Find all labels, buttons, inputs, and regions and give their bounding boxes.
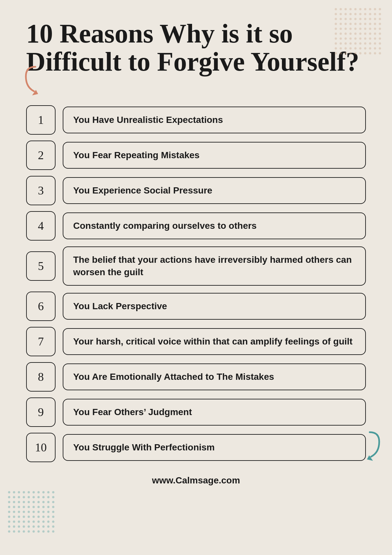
svg-point-153 (23, 516, 25, 518)
svg-point-157 (42, 516, 45, 518)
svg-point-178 (47, 526, 50, 528)
svg-point-20 (335, 18, 337, 20)
svg-point-150 (8, 516, 10, 518)
svg-point-81 (340, 47, 342, 50)
svg-point-10 (335, 13, 337, 15)
svg-point-183 (23, 530, 25, 533)
svg-point-83 (350, 47, 352, 50)
svg-point-18 (374, 13, 376, 15)
number-box: 9 (26, 397, 56, 427)
svg-point-96 (364, 52, 367, 55)
svg-point-116 (38, 496, 40, 498)
svg-point-123 (23, 501, 25, 503)
svg-point-173 (23, 526, 25, 528)
svg-point-52 (345, 33, 347, 35)
svg-point-180 (8, 530, 10, 533)
page-container: 10 Reasons Why is it so Difficult to For… (0, 0, 392, 555)
svg-point-170 (8, 526, 10, 528)
list-item: 6You Lack Perspective (26, 292, 366, 321)
svg-point-98 (374, 52, 376, 55)
svg-point-84 (354, 47, 357, 50)
text-box: You Experience Social Pressure (63, 177, 366, 204)
svg-point-161 (13, 521, 15, 523)
svg-point-132 (18, 506, 20, 508)
svg-point-146 (38, 511, 40, 513)
svg-point-134 (28, 506, 30, 508)
text-box: You Have Unrealistic Expectations (63, 107, 366, 133)
svg-point-36 (364, 23, 367, 25)
svg-point-129 (52, 501, 55, 503)
svg-point-156 (38, 516, 40, 518)
svg-point-139 (52, 506, 55, 508)
svg-point-176 (38, 526, 40, 528)
svg-point-35 (359, 23, 362, 25)
svg-point-109 (52, 491, 55, 494)
svg-point-70 (335, 42, 337, 45)
svg-point-42 (345, 28, 347, 30)
list-item: 7Your harsh, critical voice within that … (26, 327, 366, 356)
svg-point-189 (52, 530, 55, 533)
svg-point-66 (364, 38, 367, 40)
svg-point-144 (28, 511, 30, 513)
svg-point-50 (335, 33, 337, 35)
list-item: 4Constantly comparing ourselves to other… (26, 211, 366, 241)
svg-point-164 (28, 521, 30, 523)
svg-point-26 (364, 18, 367, 20)
svg-point-184 (28, 530, 30, 533)
svg-point-72 (345, 42, 347, 45)
svg-point-160 (8, 521, 10, 523)
list-item: 3You Experience Social Pressure (26, 176, 366, 205)
svg-point-75 (359, 42, 362, 45)
svg-point-102 (18, 491, 20, 494)
svg-point-92 (345, 52, 347, 55)
svg-point-91 (340, 52, 342, 55)
number-box: 4 (26, 211, 56, 241)
svg-point-162 (18, 521, 20, 523)
svg-point-17 (369, 13, 371, 15)
svg-point-21 (340, 18, 342, 20)
svg-point-142 (18, 511, 20, 513)
svg-point-111 (13, 496, 15, 498)
svg-point-78 (374, 42, 376, 45)
svg-point-63 (350, 38, 352, 40)
number-box: 5 (26, 251, 56, 281)
svg-point-103 (23, 491, 25, 494)
svg-point-25 (359, 18, 362, 20)
svg-point-68 (374, 38, 376, 40)
svg-point-55 (359, 33, 362, 35)
svg-point-9 (379, 8, 381, 10)
svg-point-120 (8, 501, 10, 503)
svg-point-0 (335, 8, 337, 10)
svg-point-56 (364, 33, 367, 35)
svg-point-71 (340, 42, 342, 45)
svg-point-147 (42, 511, 45, 513)
svg-point-95 (359, 52, 362, 55)
svg-point-188 (47, 530, 50, 533)
svg-point-8 (374, 8, 376, 10)
svg-point-27 (369, 18, 371, 20)
svg-point-119 (52, 496, 55, 498)
svg-point-51 (340, 33, 342, 35)
svg-point-94 (354, 52, 357, 55)
svg-point-43 (350, 28, 352, 30)
page-title: 10 Reasons Why is it so Difficult to For… (26, 20, 366, 76)
svg-point-152 (18, 516, 20, 518)
salmon-arrow-icon (23, 65, 42, 98)
svg-point-171 (13, 526, 15, 528)
text-box: Your harsh, critical voice within that c… (63, 328, 366, 355)
svg-point-128 (47, 501, 50, 503)
svg-point-45 (359, 28, 362, 30)
svg-point-4 (354, 8, 357, 10)
footer-url: www.Calmsage.com (26, 475, 366, 486)
number-box: 3 (26, 176, 56, 205)
svg-point-61 (340, 38, 342, 40)
svg-point-130 (8, 506, 10, 508)
svg-point-186 (38, 530, 40, 533)
svg-point-175 (33, 526, 35, 528)
number-box: 10 (26, 433, 56, 462)
svg-point-73 (350, 42, 352, 45)
svg-point-29 (379, 18, 381, 20)
svg-point-118 (47, 496, 50, 498)
svg-point-159 (52, 516, 55, 518)
svg-point-106 (38, 491, 40, 494)
